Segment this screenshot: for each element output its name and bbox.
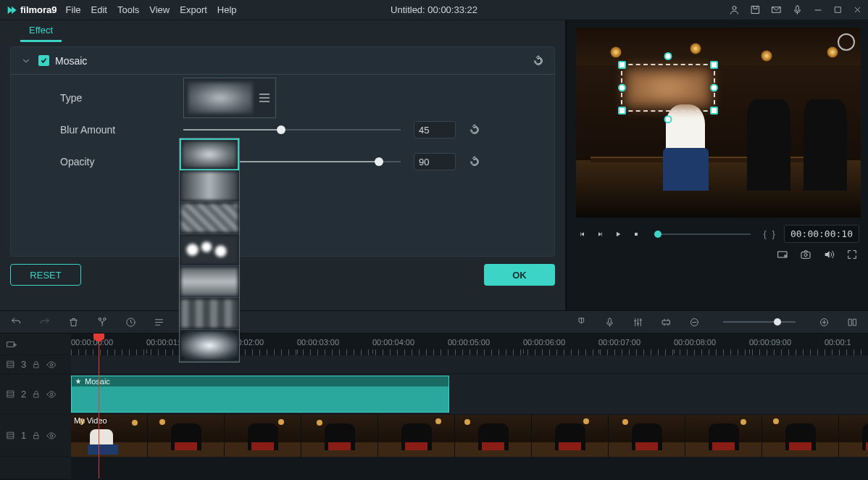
blur-type-4[interactable] [180, 234, 239, 266]
reset-effect-icon[interactable] [533, 55, 544, 67]
stop-icon[interactable] [631, 229, 641, 239]
video-thumb[interactable] [609, 415, 685, 457]
mic-icon[interactable] [792, 4, 803, 15]
video-thumb[interactable] [225, 415, 301, 457]
handle-bottom-right[interactable] [710, 107, 718, 115]
blur-region [625, 68, 711, 107]
track-3-label: 3 [21, 359, 26, 370]
menu-view[interactable]: View [149, 4, 170, 15]
minimize-icon[interactable] [813, 5, 823, 15]
record-icon[interactable] [604, 317, 615, 328]
blur-amount-slider[interactable] [183, 129, 401, 131]
quality-icon[interactable] [777, 249, 788, 260]
volume-icon[interactable] [823, 249, 835, 260]
track-1-video[interactable]: My Video [71, 415, 868, 457]
opacity-input[interactable] [414, 153, 456, 170]
prev-frame-icon[interactable] [577, 229, 588, 239]
menu-file[interactable]: File [66, 4, 81, 15]
ruler-mark: 00:00:04:00 [372, 338, 414, 347]
mosaic-clip[interactable]: Mosaic [71, 376, 449, 413]
svg-point-12 [99, 318, 101, 320]
next-frame-icon[interactable] [595, 229, 605, 239]
add-track-icon[interactable] [6, 339, 17, 350]
ruler-mark: 00:00:03:00 [297, 338, 339, 347]
blur-type-2[interactable] [180, 170, 239, 202]
handle-top[interactable] [664, 52, 672, 60]
edit-icon[interactable] [154, 317, 164, 328]
menu-help[interactable]: Help [217, 4, 237, 15]
type-dropdown-list[interactable] [179, 138, 240, 363]
handle-bottom[interactable] [664, 115, 672, 123]
save-icon[interactable] [750, 4, 761, 15]
zoom-out-icon[interactable] [689, 317, 700, 328]
blur-type-6[interactable] [180, 298, 239, 330]
type-dropdown[interactable] [183, 78, 276, 118]
settings-icon[interactable] [847, 317, 858, 328]
lock-icon[interactable] [32, 390, 41, 399]
video-thumb[interactable] [455, 415, 532, 457]
redo-icon[interactable] [39, 316, 51, 328]
eye-icon[interactable] [46, 360, 57, 370]
marker-icon[interactable] [576, 317, 587, 328]
reset-blur-icon[interactable] [469, 124, 480, 136]
menu-export[interactable]: Export [180, 4, 207, 15]
undo-icon[interactable] [10, 316, 22, 328]
mixer-icon[interactable] [633, 317, 643, 328]
svg-rect-1 [752, 7, 759, 14]
playhead[interactable] [99, 334, 99, 479]
zoom-fit-icon[interactable] [661, 317, 672, 328]
blur-type-1[interactable] [180, 138, 239, 170]
mosaic-selection-box[interactable] [621, 64, 715, 112]
player-controls: { } 00:00:00:10 [576, 218, 861, 244]
video-thumb[interactable] [532, 415, 609, 457]
zoom-slider[interactable] [723, 321, 796, 323]
handle-bottom-left[interactable] [618, 107, 626, 115]
close-icon[interactable] [853, 5, 862, 15]
handle-right[interactable] [710, 84, 718, 92]
effect-enable-checkbox[interactable] [38, 55, 49, 66]
lock-icon[interactable] [32, 431, 41, 440]
blur-type-3[interactable] [180, 202, 239, 234]
menu-edit[interactable]: Edit [91, 4, 107, 15]
maximize-icon[interactable] [833, 5, 843, 15]
blur-amount-input[interactable] [414, 121, 456, 138]
reset-button[interactable]: RESET [10, 264, 81, 286]
track-2-effect[interactable]: Mosaic [71, 374, 868, 415]
menu-tools[interactable]: Tools [117, 4, 139, 15]
eye-icon[interactable] [46, 389, 57, 400]
blur-type-7[interactable] [180, 330, 239, 362]
zoom-in-icon[interactable] [819, 317, 830, 328]
blur-type-5[interactable] [180, 266, 239, 298]
reset-opacity-icon[interactable] [469, 156, 480, 167]
video-thumb[interactable] [378, 415, 455, 457]
app-version: 9 [51, 4, 57, 15]
video-thumb[interactable] [685, 415, 762, 457]
preview-viewport[interactable] [576, 28, 861, 218]
svg-rect-8 [778, 252, 787, 257]
tab-effect[interactable]: Effect [20, 20, 62, 42]
play-icon[interactable] [612, 228, 624, 240]
logo-icon [6, 4, 17, 16]
handle-left[interactable] [618, 84, 626, 92]
video-thumb[interactable] [839, 415, 868, 457]
eye-icon[interactable] [46, 431, 57, 441]
handle-top-right[interactable] [710, 61, 718, 69]
split-icon[interactable] [96, 316, 108, 328]
mail-icon[interactable] [771, 4, 782, 15]
video-thumb[interactable] [148, 415, 225, 457]
account-icon[interactable] [729, 4, 740, 15]
history-icon[interactable] [125, 317, 136, 328]
player-progress[interactable] [654, 233, 751, 235]
svg-rect-16 [663, 320, 670, 324]
delete-icon[interactable] [68, 317, 79, 328]
ok-button[interactable]: OK [484, 264, 555, 286]
handle-top-left[interactable] [618, 61, 626, 69]
lock-icon[interactable] [32, 360, 41, 369]
video-thumb[interactable] [301, 415, 378, 457]
video-thumb[interactable] [762, 415, 839, 457]
snapshot-icon[interactable] [800, 249, 811, 260]
svg-point-27 [50, 393, 53, 396]
effect-header[interactable]: Mosaic [11, 47, 554, 75]
fullscreen-icon[interactable] [846, 249, 858, 260]
svg-rect-19 [849, 319, 852, 326]
